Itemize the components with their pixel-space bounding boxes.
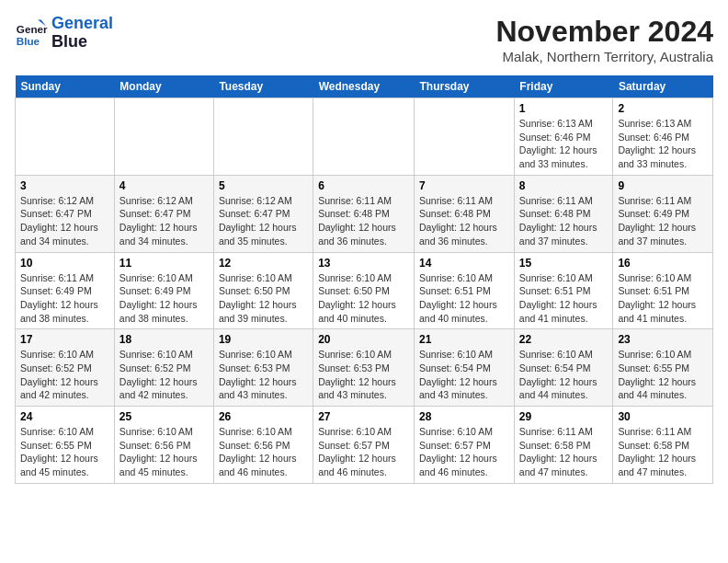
calendar-week-row: 1Sunrise: 6:13 AMSunset: 6:46 PMDaylight… (16, 98, 713, 176)
svg-text:Blue: Blue (17, 34, 40, 46)
calendar-header-saturday: Saturday (613, 75, 713, 98)
calendar-cell: 24Sunrise: 6:10 AMSunset: 6:55 PMDayligh… (16, 407, 115, 484)
day-number: 23 (618, 333, 708, 346)
calendar-week-row: 24Sunrise: 6:10 AMSunset: 6:55 PMDayligh… (16, 407, 713, 484)
day-info: Sunrise: 6:12 AMSunset: 6:47 PMDaylight:… (119, 194, 209, 248)
calendar-cell: 15Sunrise: 6:10 AMSunset: 6:51 PMDayligh… (514, 252, 613, 329)
day-number: 2 (618, 102, 708, 115)
day-number: 24 (20, 410, 109, 423)
day-info: Sunrise: 6:10 AMSunset: 6:55 PMDaylight:… (618, 348, 708, 402)
calendar-cell: 16Sunrise: 6:10 AMSunset: 6:51 PMDayligh… (613, 252, 713, 329)
calendar-cell: 8Sunrise: 6:11 AMSunset: 6:48 PMDaylight… (514, 175, 613, 252)
calendar-cell: 17Sunrise: 6:10 AMSunset: 6:52 PMDayligh… (16, 329, 115, 407)
day-info: Sunrise: 6:12 AMSunset: 6:47 PMDaylight:… (20, 194, 109, 248)
day-info: Sunrise: 6:13 AMSunset: 6:46 PMDaylight:… (618, 117, 708, 171)
day-number: 5 (219, 179, 308, 192)
calendar-cell: 9Sunrise: 6:11 AMSunset: 6:49 PMDaylight… (613, 175, 713, 252)
location-title: Malak, Northern Territory, Australia (495, 49, 713, 64)
day-info: Sunrise: 6:11 AMSunset: 6:58 PMDaylight:… (519, 425, 609, 479)
day-info: Sunrise: 6:10 AMSunset: 6:53 PMDaylight:… (219, 348, 308, 402)
calendar-cell: 27Sunrise: 6:10 AMSunset: 6:57 PMDayligh… (313, 407, 415, 484)
calendar-cell: 11Sunrise: 6:10 AMSunset: 6:49 PMDayligh… (114, 252, 213, 329)
day-number: 29 (519, 410, 609, 423)
calendar-cell: 30Sunrise: 6:11 AMSunset: 6:58 PMDayligh… (613, 407, 713, 484)
page-header: General Blue GeneralBlue November 2024 M… (15, 15, 713, 64)
calendar-cell: 25Sunrise: 6:10 AMSunset: 6:56 PMDayligh… (114, 407, 213, 484)
calendar-cell: 26Sunrise: 6:10 AMSunset: 6:56 PMDayligh… (213, 407, 313, 484)
calendar-cell: 12Sunrise: 6:10 AMSunset: 6:50 PMDayligh… (213, 252, 313, 329)
day-info: Sunrise: 6:13 AMSunset: 6:46 PMDaylight:… (519, 117, 609, 171)
month-title: November 2024 (495, 15, 713, 49)
day-number: 27 (318, 410, 409, 423)
day-info: Sunrise: 6:10 AMSunset: 6:51 PMDaylight:… (519, 271, 609, 326)
calendar-header-tuesday: Tuesday (213, 75, 313, 98)
day-number: 13 (318, 257, 409, 270)
day-number: 20 (318, 333, 409, 346)
day-number: 17 (20, 333, 109, 346)
calendar-cell: 2Sunrise: 6:13 AMSunset: 6:46 PMDaylight… (613, 98, 713, 176)
day-number: 6 (318, 179, 409, 192)
calendar-week-row: 3Sunrise: 6:12 AMSunset: 6:47 PMDaylight… (16, 175, 713, 252)
day-number: 3 (20, 179, 109, 192)
day-number: 19 (219, 333, 308, 346)
calendar-cell (16, 98, 115, 176)
day-info: Sunrise: 6:10 AMSunset: 6:53 PMDaylight:… (318, 348, 409, 402)
day-info: Sunrise: 6:11 AMSunset: 6:49 PMDaylight:… (20, 271, 109, 326)
calendar-cell: 13Sunrise: 6:10 AMSunset: 6:50 PMDayligh… (313, 252, 415, 329)
day-info: Sunrise: 6:11 AMSunset: 6:48 PMDaylight:… (519, 194, 609, 248)
day-number: 18 (119, 333, 209, 346)
calendar-week-row: 17Sunrise: 6:10 AMSunset: 6:52 PMDayligh… (16, 329, 713, 407)
calendar-cell: 10Sunrise: 6:11 AMSunset: 6:49 PMDayligh… (16, 252, 115, 329)
day-info: Sunrise: 6:10 AMSunset: 6:50 PMDaylight:… (318, 271, 409, 326)
day-info: Sunrise: 6:10 AMSunset: 6:49 PMDaylight:… (119, 271, 209, 326)
calendar-header-row: SundayMondayTuesdayWednesdayThursdayFrid… (16, 75, 713, 98)
calendar-cell: 29Sunrise: 6:11 AMSunset: 6:58 PMDayligh… (514, 407, 613, 484)
calendar-header-thursday: Thursday (415, 75, 515, 98)
calendar-cell: 21Sunrise: 6:10 AMSunset: 6:54 PMDayligh… (415, 329, 515, 407)
calendar-cell (114, 98, 213, 176)
day-info: Sunrise: 6:10 AMSunset: 6:51 PMDaylight:… (618, 271, 708, 326)
calendar-cell: 5Sunrise: 6:12 AMSunset: 6:47 PMDaylight… (213, 175, 313, 252)
calendar-header-monday: Monday (114, 75, 213, 98)
calendar-cell: 3Sunrise: 6:12 AMSunset: 6:47 PMDaylight… (16, 175, 115, 252)
day-info: Sunrise: 6:11 AMSunset: 6:48 PMDaylight:… (318, 194, 409, 248)
day-info: Sunrise: 6:11 AMSunset: 6:49 PMDaylight:… (618, 194, 708, 248)
day-info: Sunrise: 6:11 AMSunset: 6:48 PMDaylight:… (419, 194, 509, 248)
day-info: Sunrise: 6:10 AMSunset: 6:55 PMDaylight:… (20, 425, 109, 479)
day-number: 16 (618, 257, 708, 270)
day-info: Sunrise: 6:10 AMSunset: 6:52 PMDaylight:… (20, 348, 109, 402)
calendar-header-wednesday: Wednesday (313, 75, 415, 98)
calendar-cell: 1Sunrise: 6:13 AMSunset: 6:46 PMDaylight… (514, 98, 613, 176)
calendar-week-row: 10Sunrise: 6:11 AMSunset: 6:49 PMDayligh… (16, 252, 713, 329)
day-number: 22 (519, 333, 609, 346)
calendar-header-friday: Friday (514, 75, 613, 98)
day-number: 4 (119, 179, 209, 192)
calendar-cell (313, 98, 415, 176)
day-info: Sunrise: 6:10 AMSunset: 6:51 PMDaylight:… (419, 271, 509, 326)
calendar-header-sunday: Sunday (16, 75, 115, 98)
logo-icon: General Blue (15, 17, 48, 50)
day-info: Sunrise: 6:10 AMSunset: 6:56 PMDaylight:… (219, 425, 308, 479)
day-number: 11 (119, 257, 209, 270)
calendar-cell: 19Sunrise: 6:10 AMSunset: 6:53 PMDayligh… (213, 329, 313, 407)
calendar-cell (415, 98, 515, 176)
logo: General Blue GeneralBlue (15, 15, 113, 52)
day-number: 10 (20, 257, 109, 270)
day-number: 7 (419, 179, 509, 192)
day-number: 25 (119, 410, 209, 423)
calendar-cell: 23Sunrise: 6:10 AMSunset: 6:55 PMDayligh… (613, 329, 713, 407)
day-number: 28 (419, 410, 509, 423)
day-number: 1 (519, 102, 609, 115)
day-number: 21 (419, 333, 509, 346)
calendar-cell: 7Sunrise: 6:11 AMSunset: 6:48 PMDaylight… (415, 175, 515, 252)
day-info: Sunrise: 6:10 AMSunset: 6:56 PMDaylight:… (119, 425, 209, 479)
day-number: 9 (618, 179, 708, 192)
day-info: Sunrise: 6:12 AMSunset: 6:47 PMDaylight:… (219, 194, 308, 248)
day-number: 15 (519, 257, 609, 270)
day-number: 8 (519, 179, 609, 192)
calendar-cell (213, 98, 313, 176)
calendar-cell: 6Sunrise: 6:11 AMSunset: 6:48 PMDaylight… (313, 175, 415, 252)
calendar-cell: 20Sunrise: 6:10 AMSunset: 6:53 PMDayligh… (313, 329, 415, 407)
day-number: 12 (219, 257, 308, 270)
day-info: Sunrise: 6:10 AMSunset: 6:52 PMDaylight:… (119, 348, 209, 402)
